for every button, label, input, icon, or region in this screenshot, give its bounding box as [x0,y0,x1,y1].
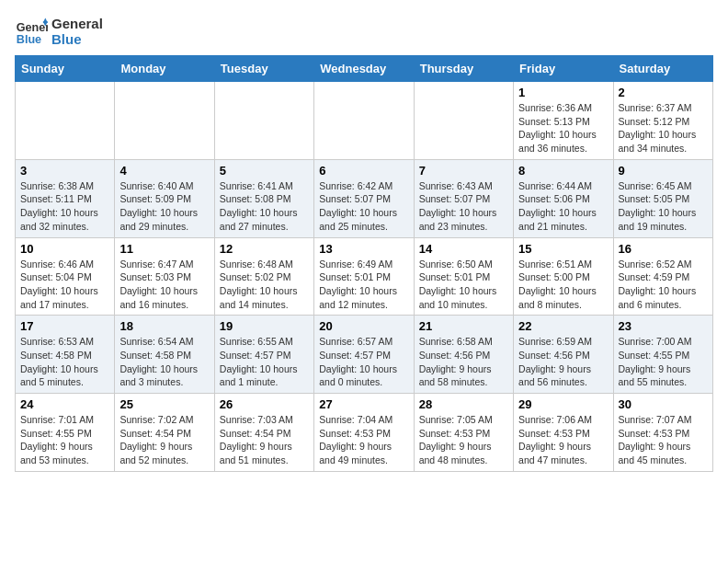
calendar-cell: 25Sunrise: 7:02 AM Sunset: 4:54 PM Dayli… [115,394,214,472]
weekday-header-row: SundayMondayTuesdayWednesdayThursdayFrid… [16,56,713,82]
day-number: 1 [518,86,608,99]
header: General Blue General Blue [15,15,713,48]
day-number: 30 [619,397,708,411]
day-info: Sunrise: 6:55 AM Sunset: 4:57 PM Dayligh… [220,335,309,389]
day-number: 11 [119,242,209,256]
logo-blue: Blue [51,31,103,47]
day-info: Sunrise: 6:41 AM Sunset: 5:08 PM Dayligh… [220,179,309,234]
calendar-cell: 4Sunrise: 6:40 AM Sunset: 5:09 PM Daylig… [115,159,214,237]
day-number: 16 [619,242,708,256]
day-number: 8 [518,164,608,178]
day-number: 12 [220,242,309,256]
day-info: Sunrise: 6:57 AM Sunset: 4:57 PM Dayligh… [319,335,408,389]
day-info: Sunrise: 7:03 AM Sunset: 4:54 PM Dayligh… [220,413,309,467]
day-info: Sunrise: 6:53 AM Sunset: 4:58 PM Dayligh… [20,335,109,389]
calendar-cell [314,82,414,160]
week-row-3: 10Sunrise: 6:46 AM Sunset: 5:04 PM Dayli… [16,237,713,316]
day-info: Sunrise: 6:50 AM Sunset: 5:01 PM Dayligh… [419,258,508,312]
calendar-cell: 11Sunrise: 6:47 AM Sunset: 5:03 PM Dayli… [115,237,214,316]
day-number: 26 [220,397,309,411]
day-info: Sunrise: 6:42 AM Sunset: 5:07 PM Dayligh… [319,179,408,234]
calendar-cell: 22Sunrise: 6:59 AM Sunset: 4:56 PM Dayli… [514,316,613,394]
day-number: 23 [619,319,708,333]
calendar-cell: 3Sunrise: 6:38 AM Sunset: 5:11 PM Daylig… [16,159,115,237]
day-number: 6 [319,164,408,178]
calendar-cell [16,82,115,160]
week-row-2: 3Sunrise: 6:38 AM Sunset: 5:11 PM Daylig… [16,159,713,237]
logo: General Blue General Blue [15,15,103,48]
calendar-cell [115,82,214,160]
day-number: 3 [20,164,109,178]
day-info: Sunrise: 6:48 AM Sunset: 5:02 PM Dayligh… [220,258,309,312]
logo-general: General [51,16,103,31]
day-number: 17 [20,319,109,333]
day-info: Sunrise: 6:46 AM Sunset: 5:04 PM Dayligh… [20,258,109,312]
day-number: 20 [319,319,408,333]
day-info: Sunrise: 6:37 AM Sunset: 5:12 PM Dayligh… [619,101,708,155]
day-info: Sunrise: 7:04 AM Sunset: 4:53 PM Dayligh… [319,413,408,467]
logo-icon: General Blue [15,15,48,48]
weekday-header-monday: Monday [115,56,214,82]
calendar-cell: 16Sunrise: 6:52 AM Sunset: 4:59 PM Dayli… [613,237,712,316]
day-info: Sunrise: 7:05 AM Sunset: 4:53 PM Dayligh… [419,413,508,467]
calendar-cell [414,82,513,160]
week-row-4: 17Sunrise: 6:53 AM Sunset: 4:58 PM Dayli… [16,316,713,394]
day-number: 21 [419,319,508,333]
calendar-cell: 23Sunrise: 7:00 AM Sunset: 4:55 PM Dayli… [613,316,712,394]
weekday-header-wednesday: Wednesday [314,56,414,82]
calendar-cell: 14Sunrise: 6:50 AM Sunset: 5:01 PM Dayli… [414,237,513,316]
day-info: Sunrise: 6:45 AM Sunset: 5:05 PM Dayligh… [619,179,708,234]
weekday-header-tuesday: Tuesday [214,56,313,82]
day-number: 25 [119,397,209,411]
calendar-cell: 17Sunrise: 6:53 AM Sunset: 4:58 PM Dayli… [16,316,115,394]
day-info: Sunrise: 6:36 AM Sunset: 5:13 PM Dayligh… [518,101,608,155]
calendar-cell: 2Sunrise: 6:37 AM Sunset: 5:12 PM Daylig… [613,82,712,160]
day-info: Sunrise: 7:07 AM Sunset: 4:53 PM Dayligh… [619,413,708,467]
day-info: Sunrise: 6:49 AM Sunset: 5:01 PM Dayligh… [319,258,408,312]
day-number: 19 [220,319,309,333]
day-number: 13 [319,242,408,256]
day-number: 15 [518,242,608,256]
calendar-cell: 28Sunrise: 7:05 AM Sunset: 4:53 PM Dayli… [414,394,513,472]
calendar-cell [214,82,313,160]
svg-text:Blue: Blue [17,33,41,46]
day-info: Sunrise: 6:52 AM Sunset: 4:59 PM Dayligh… [619,258,708,312]
calendar-cell: 5Sunrise: 6:41 AM Sunset: 5:08 PM Daylig… [214,159,313,237]
weekday-header-saturday: Saturday [613,56,712,82]
calendar-cell: 10Sunrise: 6:46 AM Sunset: 5:04 PM Dayli… [16,237,115,316]
day-number: 10 [20,242,109,256]
calendar-cell: 30Sunrise: 7:07 AM Sunset: 4:53 PM Dayli… [613,394,712,472]
day-number: 22 [518,319,608,333]
calendar-cell: 20Sunrise: 6:57 AM Sunset: 4:57 PM Dayli… [314,316,414,394]
calendar-cell: 13Sunrise: 6:49 AM Sunset: 5:01 PM Dayli… [314,237,414,316]
weekday-header-friday: Friday [514,56,613,82]
calendar-cell: 21Sunrise: 6:58 AM Sunset: 4:56 PM Dayli… [414,316,513,394]
day-number: 29 [518,397,608,411]
calendar-cell: 27Sunrise: 7:04 AM Sunset: 4:53 PM Dayli… [314,394,414,472]
calendar-cell: 24Sunrise: 7:01 AM Sunset: 4:55 PM Dayli… [16,394,115,472]
day-number: 7 [419,164,508,178]
calendar-cell: 19Sunrise: 6:55 AM Sunset: 4:57 PM Dayli… [214,316,313,394]
week-row-1: 1Sunrise: 6:36 AM Sunset: 5:13 PM Daylig… [16,82,713,160]
calendar-cell: 9Sunrise: 6:45 AM Sunset: 5:05 PM Daylig… [613,159,712,237]
day-number: 9 [619,164,708,178]
day-info: Sunrise: 7:02 AM Sunset: 4:54 PM Dayligh… [119,413,209,467]
calendar-table: SundayMondayTuesdayWednesdayThursdayFrid… [15,55,713,472]
calendar-cell: 8Sunrise: 6:44 AM Sunset: 5:06 PM Daylig… [514,159,613,237]
day-info: Sunrise: 6:58 AM Sunset: 4:56 PM Dayligh… [419,335,508,389]
weekday-header-thursday: Thursday [414,56,513,82]
day-info: Sunrise: 6:59 AM Sunset: 4:56 PM Dayligh… [518,335,608,389]
day-info: Sunrise: 7:00 AM Sunset: 4:55 PM Dayligh… [619,335,708,389]
day-info: Sunrise: 7:06 AM Sunset: 4:53 PM Dayligh… [518,413,608,467]
day-number: 24 [20,397,109,411]
day-info: Sunrise: 6:40 AM Sunset: 5:09 PM Dayligh… [119,179,209,234]
day-info: Sunrise: 6:44 AM Sunset: 5:06 PM Dayligh… [518,179,608,234]
day-number: 27 [319,397,408,411]
day-info: Sunrise: 6:43 AM Sunset: 5:07 PM Dayligh… [419,179,508,234]
calendar-cell: 7Sunrise: 6:43 AM Sunset: 5:07 PM Daylig… [414,159,513,237]
calendar-cell: 6Sunrise: 6:42 AM Sunset: 5:07 PM Daylig… [314,159,414,237]
day-number: 14 [419,242,508,256]
calendar-cell: 26Sunrise: 7:03 AM Sunset: 4:54 PM Dayli… [214,394,313,472]
day-number: 4 [119,164,209,178]
calendar-cell: 29Sunrise: 7:06 AM Sunset: 4:53 PM Dayli… [514,394,613,472]
